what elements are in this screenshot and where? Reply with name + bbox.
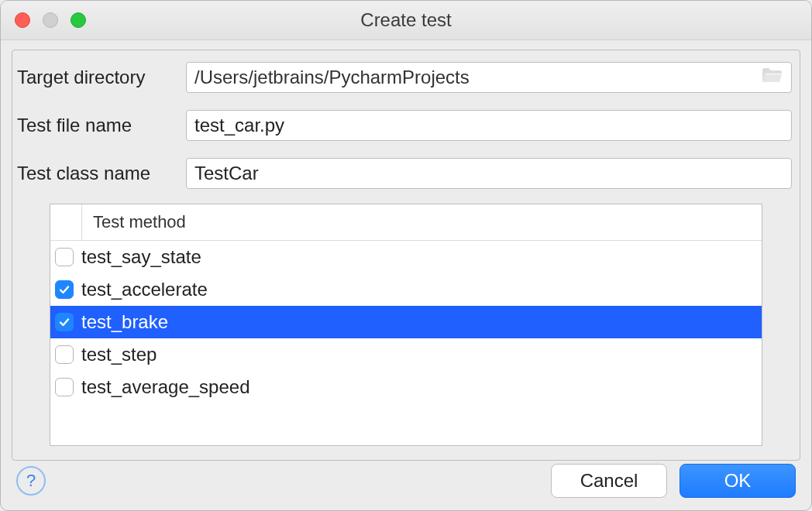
- test-method-name: test_step: [81, 344, 157, 365]
- test-method-checkbox[interactable]: [55, 378, 74, 396]
- test-method-name: test_brake: [81, 311, 168, 333]
- test-class-name-input[interactable]: [186, 158, 792, 189]
- test-method-list: test_say_statetest_acceleratetest_braket…: [50, 241, 762, 403]
- test-method-checkbox[interactable]: [55, 280, 74, 299]
- checkbox-column-header: [50, 204, 82, 240]
- target-directory-row: Target directory /Users/jetbrains/Pychar…: [12, 53, 800, 101]
- ok-button[interactable]: OK: [680, 464, 796, 498]
- test-method-row[interactable]: test_say_state: [50, 241, 762, 273]
- test-method-checkbox[interactable]: [55, 313, 74, 331]
- test-file-name-input[interactable]: [186, 110, 792, 141]
- test-method-header-row: Test method: [50, 204, 762, 241]
- test-method-checkbox[interactable]: [55, 345, 74, 364]
- test-class-name-row: Test class name: [12, 149, 800, 197]
- test-method-name: test_average_speed: [81, 376, 250, 398]
- window-controls: [15, 12, 86, 28]
- dialog-footer: ? Cancel OK: [1, 451, 811, 510]
- target-directory-value: /Users/jetbrains/PycharmProjects: [194, 67, 470, 88]
- create-test-dialog: Create test Target directory /Users/jetb…: [0, 0, 812, 511]
- minimize-window-button[interactable]: [43, 12, 58, 28]
- folder-open-icon[interactable]: [762, 67, 783, 88]
- test-file-name-label: Test file name: [17, 115, 186, 136]
- target-directory-label: Target directory: [17, 67, 186, 88]
- test-method-row[interactable]: test_brake: [50, 306, 762, 338]
- test-method-checkbox[interactable]: [55, 248, 74, 266]
- form-panel: Target directory /Users/jetbrains/Pychar…: [12, 50, 800, 461]
- close-window-button[interactable]: [15, 12, 30, 28]
- test-method-table: Test method test_say_statetest_accelerat…: [50, 204, 762, 446]
- test-method-name: test_accelerate: [81, 279, 208, 300]
- test-class-name-label: Test class name: [17, 163, 186, 184]
- help-button[interactable]: ?: [16, 466, 46, 496]
- test-method-row[interactable]: test_accelerate: [50, 273, 762, 306]
- test-method-empty-area: [50, 403, 762, 445]
- test-method-column-header: Test method: [82, 212, 186, 232]
- window-title: Create test: [360, 9, 451, 31]
- test-method-row[interactable]: test_average_speed: [50, 371, 762, 403]
- test-method-name: test_say_state: [81, 246, 201, 268]
- zoom-window-button[interactable]: [71, 12, 86, 28]
- cancel-button[interactable]: Cancel: [551, 464, 667, 498]
- target-directory-field[interactable]: /Users/jetbrains/PycharmProjects: [186, 62, 792, 93]
- titlebar[interactable]: Create test: [1, 1, 811, 40]
- test-method-row[interactable]: test_step: [50, 338, 762, 371]
- test-file-name-row: Test file name: [12, 101, 800, 149]
